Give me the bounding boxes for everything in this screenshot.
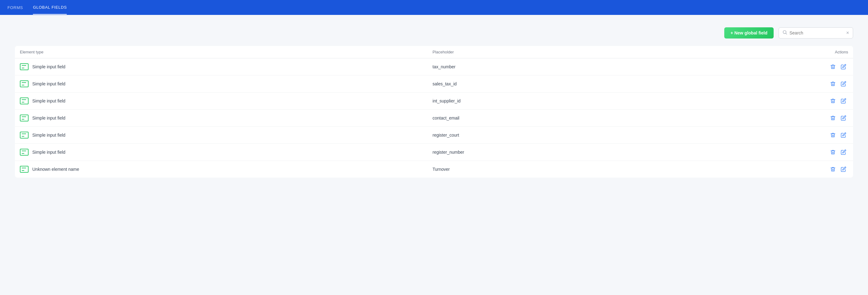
element-type-label: Simple input field (32, 64, 65, 69)
cell-element-type: Simple input field (15, 144, 428, 161)
delete-button[interactable] (828, 165, 838, 173)
element-type-label: Simple input field (32, 98, 65, 104)
cell-placeholder: contact_email (428, 110, 675, 127)
main-content: + New global field × Element type Placeh… (0, 15, 868, 190)
cell-actions (676, 161, 853, 178)
cell-actions (676, 144, 853, 161)
table-body: Simple input field tax_number (15, 58, 853, 178)
trash-icon (830, 64, 836, 69)
global-fields-table: Element type Placeholder Actions Simple … (15, 46, 853, 178)
edit-icon (841, 115, 846, 121)
header-element-type: Element type (15, 46, 428, 58)
search-box: × (779, 27, 853, 38)
element-type-label: Simple input field (32, 116, 65, 120)
cell-element-type: Simple input field (15, 92, 428, 110)
trash-icon (830, 115, 836, 121)
edit-button[interactable] (839, 165, 848, 173)
top-navigation: FORMS GLOBAL FIELDS (0, 0, 868, 15)
cell-actions (676, 110, 853, 127)
cell-actions (676, 76, 853, 92)
edit-button[interactable] (839, 131, 848, 139)
cell-actions (676, 58, 853, 76)
field-type-icon (20, 81, 29, 87)
cell-element-type: Simple input field (15, 76, 428, 92)
element-type-label: Simple input field (32, 132, 65, 138)
nav-item-global-fields[interactable]: GLOBAL FIELDS (33, 1, 67, 14)
search-input[interactable] (789, 30, 844, 35)
edit-button[interactable] (839, 148, 848, 156)
table-row: Simple input field register_court (15, 127, 853, 144)
trash-icon (830, 81, 836, 87)
delete-button[interactable] (828, 63, 838, 71)
field-type-icon (20, 149, 29, 155)
new-global-field-button[interactable]: + New global field (724, 27, 774, 38)
trash-icon (830, 149, 836, 155)
svg-line-1 (786, 33, 787, 34)
trash-icon (830, 132, 836, 138)
delete-button[interactable] (828, 148, 838, 156)
search-icon (783, 30, 787, 36)
cell-placeholder: register_court (428, 127, 675, 144)
cell-placeholder: int_supplier_id (428, 92, 675, 110)
edit-icon (841, 167, 846, 172)
field-type-icon (20, 97, 29, 104)
cell-element-type: Simple input field (15, 127, 428, 144)
cell-actions (676, 127, 853, 144)
field-type-icon (20, 115, 29, 121)
delete-button[interactable] (828, 97, 838, 105)
element-type-label: Simple input field (32, 81, 65, 86)
cell-placeholder: sales_tax_id (428, 76, 675, 92)
cell-placeholder: Turnover (428, 161, 675, 178)
header-actions: Actions (676, 46, 853, 58)
edit-icon (841, 149, 846, 155)
header-placeholder: Placeholder (428, 46, 675, 58)
table-header: Element type Placeholder Actions (15, 46, 853, 58)
nav-item-forms[interactable]: FORMS (7, 1, 23, 14)
element-type-label: Unknown element name (32, 167, 79, 172)
delete-button[interactable] (828, 80, 838, 88)
edit-icon (841, 64, 846, 69)
edit-button[interactable] (839, 80, 848, 88)
trash-icon (830, 98, 836, 104)
element-type-label: Simple input field (32, 150, 65, 155)
delete-button[interactable] (828, 131, 838, 139)
cell-actions (676, 92, 853, 110)
cell-placeholder: tax_number (428, 58, 675, 76)
svg-point-0 (783, 30, 786, 33)
cell-element-type: Simple input field (15, 110, 428, 127)
table-row: Simple input field int_supplier_id (15, 92, 853, 110)
table-row: Simple input field sales_tax_id (15, 76, 853, 92)
table-row: Simple input field contact_email (15, 110, 853, 127)
edit-icon (841, 81, 846, 87)
table-row: Unknown element name Turnover (15, 161, 853, 178)
edit-button[interactable] (839, 114, 848, 122)
table-row: Simple input field register_number (15, 144, 853, 161)
table-row: Simple input field tax_number (15, 58, 853, 76)
field-type-icon (20, 63, 29, 70)
search-clear-icon[interactable]: × (846, 30, 849, 35)
cell-element-type: Unknown element name (15, 161, 428, 178)
edit-icon (841, 98, 846, 104)
edit-icon (841, 132, 846, 138)
cell-element-type: Simple input field (15, 58, 428, 76)
field-type-icon (20, 166, 29, 173)
edit-button[interactable] (839, 97, 848, 105)
cell-placeholder: register_number (428, 144, 675, 161)
delete-button[interactable] (828, 114, 838, 122)
edit-button[interactable] (839, 63, 848, 71)
toolbar: + New global field × (15, 27, 853, 38)
field-type-icon (20, 132, 29, 139)
trash-icon (830, 167, 836, 172)
